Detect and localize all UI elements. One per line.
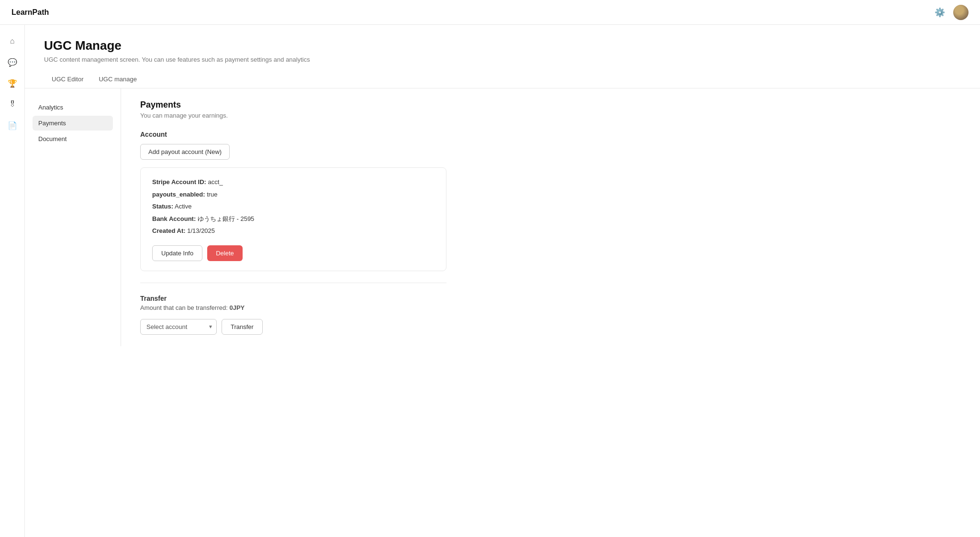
page-tabs: UGC Editor UGC manage xyxy=(25,71,980,88)
add-payout-button[interactable]: Add payout account (New) xyxy=(140,144,230,160)
status-value: Active xyxy=(175,203,191,210)
select-account-dropdown[interactable]: Select account xyxy=(140,319,217,335)
app-logo: LearnPath xyxy=(11,8,49,17)
bank-account-row: Bank Account: ゆうちょ銀行 - 2595 xyxy=(152,214,434,224)
layout: ⌂ 💬 🏆 🎖 📄 UGC Manage UGC content managem… xyxy=(0,25,980,537)
stripe-account-id-value: acct_ xyxy=(208,178,223,186)
section-title-payments: Payments xyxy=(140,100,961,110)
subsection-title-account: Account xyxy=(140,131,961,138)
transfer-subtitle: Amount that can be transferred: 0JPY xyxy=(140,304,961,311)
transfer-row: Select account Transfer xyxy=(140,319,961,335)
created-at-value: 1/13/2025 xyxy=(187,227,215,234)
page-header: UGC Manage UGC content management screen… xyxy=(25,25,980,63)
transfer-subtitle-prefix: Amount that can be transferred: xyxy=(140,304,228,311)
stripe-account-id-row: Stripe Account ID: acct_ xyxy=(152,177,434,187)
sidebar-item-trophy[interactable]: 🏆 xyxy=(4,75,21,92)
bank-account-label: Bank Account: xyxy=(152,215,196,222)
settings-icon-button[interactable]: ⚙️ xyxy=(932,5,947,20)
main-content: UGC Manage UGC content management screen… xyxy=(25,25,980,537)
status-row: Status: Active xyxy=(152,202,434,211)
section-subtitle-payments: You can manage your earnings. xyxy=(140,112,961,119)
sidebar-item-chat[interactable]: 💬 xyxy=(4,54,21,71)
page-subtitle: UGC content management screen. You can u… xyxy=(44,56,961,63)
update-info-button[interactable]: Update Info xyxy=(152,245,202,261)
sidebar-item-badge[interactable]: 🎖 xyxy=(4,96,21,113)
document-icon: 📄 xyxy=(8,121,17,130)
payouts-enabled-row: payouts_enabled: true xyxy=(152,190,434,199)
avatar[interactable] xyxy=(953,5,969,20)
home-icon: ⌂ xyxy=(10,37,15,45)
tab-ugc-editor[interactable]: UGC Editor xyxy=(44,71,91,88)
badge-icon: 🎖 xyxy=(9,100,16,109)
transfer-title: Transfer xyxy=(140,295,961,302)
delete-button[interactable]: Delete xyxy=(207,245,243,261)
settings-icon: ⚙️ xyxy=(935,7,945,18)
trophy-icon: 🏆 xyxy=(8,79,17,88)
top-navigation: LearnPath ⚙️ xyxy=(0,0,980,25)
bank-account-value: ゆうちょ銀行 - 2595 xyxy=(198,215,254,222)
menu-item-payments[interactable]: Payments xyxy=(33,116,113,131)
topnav-icons: ⚙️ xyxy=(932,5,969,20)
account-card: Stripe Account ID: acct_ payouts_enabled… xyxy=(140,167,446,271)
menu-item-document[interactable]: Document xyxy=(33,132,113,146)
right-panel: Payments You can manage your earnings. A… xyxy=(121,88,980,346)
sidebar-item-document[interactable]: 📄 xyxy=(4,117,21,134)
chat-icon: 💬 xyxy=(8,58,17,67)
status-label: Status: xyxy=(152,203,173,210)
transfer-button[interactable]: Transfer xyxy=(222,319,263,335)
account-info: Stripe Account ID: acct_ payouts_enabled… xyxy=(152,177,434,236)
stripe-account-id-label: Stripe Account ID: xyxy=(152,178,206,186)
created-at-row: Created At: 1/13/2025 xyxy=(152,226,434,236)
icon-sidebar: ⌂ 💬 🏆 🎖 📄 xyxy=(0,25,25,537)
select-account-wrapper: Select account xyxy=(140,319,217,335)
tab-ugc-manage[interactable]: UGC manage xyxy=(91,71,144,88)
transfer-amount: 0JPY xyxy=(229,304,245,311)
created-at-label: Created At: xyxy=(152,227,186,234)
avatar-image xyxy=(953,5,969,20)
page-title: UGC Manage xyxy=(44,38,961,53)
section-divider xyxy=(140,283,446,283)
menu-item-analytics[interactable]: Analytics xyxy=(33,100,113,115)
left-menu: Analytics Payments Document xyxy=(25,88,121,346)
payouts-enabled-value: true xyxy=(207,191,217,198)
sidebar-item-home[interactable]: ⌂ xyxy=(4,33,21,50)
content-area: Analytics Payments Document Payments You… xyxy=(25,88,980,346)
card-actions: Update Info Delete xyxy=(152,245,434,261)
payouts-enabled-label: payouts_enabled: xyxy=(152,191,205,198)
